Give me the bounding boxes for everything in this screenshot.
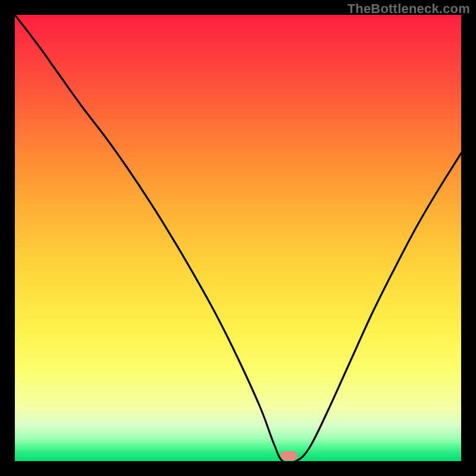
- attribution-text: TheBottleneck.com: [347, 1, 470, 17]
- plot-area: [15, 15, 461, 461]
- bottleneck-marker: [281, 451, 298, 461]
- chart-frame: TheBottleneck.com: [0, 0, 476, 476]
- bottleneck-curve: [15, 15, 461, 461]
